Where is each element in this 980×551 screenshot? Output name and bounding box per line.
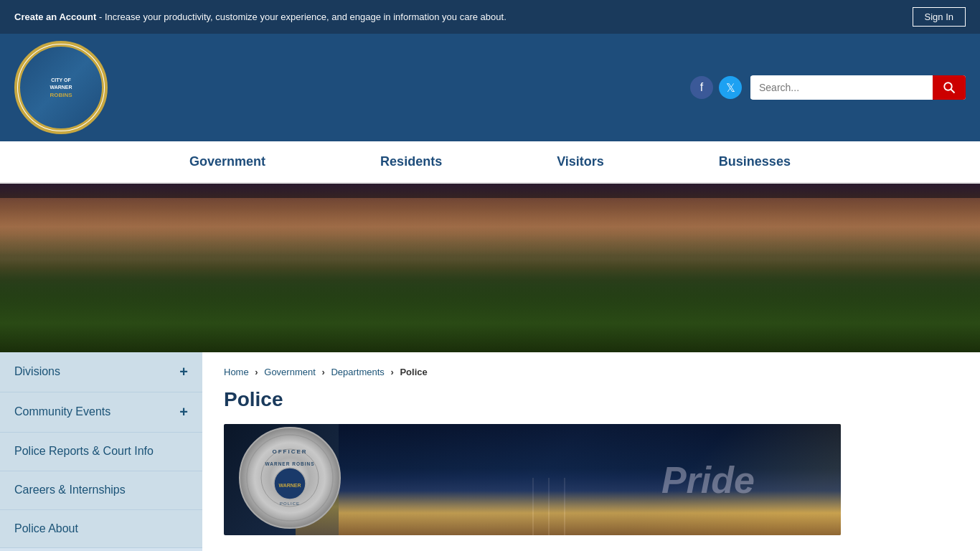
svg-text:OFFICER: OFFICER — [272, 448, 307, 455]
nav-residents[interactable]: Residents — [323, 141, 499, 182]
social-icons: f 𝕏 — [690, 76, 742, 99]
logo-area: CITY OF WARNER ROBINS — [14, 41, 108, 134]
breadcrumb-sep2: › — [321, 367, 324, 377]
header-right: f 𝕏 — [690, 75, 966, 100]
sidebar-item-divisions[interactable]: Divisions + — [0, 352, 202, 392]
logo-robins: ROBINS — [50, 92, 72, 98]
nav-government[interactable]: Government — [132, 141, 323, 182]
search-bar — [750, 75, 966, 100]
search-icon — [943, 81, 956, 94]
sidebar-item-police-about[interactable]: Police About — [0, 510, 202, 549]
sign-in-button[interactable]: Sign In — [913, 7, 966, 27]
svg-point-0 — [944, 83, 952, 90]
breadcrumb-home[interactable]: Home — [224, 367, 249, 377]
logo-city-of: CITY OF — [51, 77, 70, 84]
breadcrumb-government[interactable]: Government — [264, 367, 316, 377]
nav-businesses[interactable]: Businesses — [661, 141, 848, 182]
search-input[interactable] — [750, 76, 933, 99]
account-promo: Create an Account - Increase your produc… — [14, 11, 507, 22]
social-search-area: f 𝕏 — [690, 75, 966, 100]
main-content: Divisions + Community Events + Police Re… — [0, 352, 980, 551]
pride-text: Pride — [661, 459, 755, 501]
sidebar-item-police-reports[interactable]: Police Reports & Court Info — [0, 433, 202, 471]
logo-warner: WARNER — [50, 84, 72, 91]
sidebar-item-community-events[interactable]: Community Events + — [0, 392, 202, 433]
sidebar-item-careers[interactable]: Careers & Internships — [0, 471, 202, 510]
page-title: Police — [224, 388, 958, 411]
page-content: Home › Government › Departments › Police… — [202, 352, 980, 551]
twitter-icon[interactable]: 𝕏 — [719, 76, 742, 99]
svg-line-1 — [951, 89, 954, 93]
breadcrumb-current: Police — [400, 367, 427, 377]
top-bar: Create an Account - Increase your produc… — [0, 0, 980, 34]
breadcrumb-departments[interactable]: Departments — [331, 367, 384, 377]
search-button[interactable] — [933, 75, 966, 100]
city-logo[interactable]: CITY OF WARNER ROBINS — [14, 41, 108, 134]
account-subtitle: - Increase your productivity, customize … — [96, 11, 506, 22]
svg-text:POLICE: POLICE — [280, 501, 300, 506]
police-badge-svg: OFFICER WARNER ROBINS WARNER POLICE — [238, 426, 342, 530]
svg-text:WARNER ROBINS: WARNER ROBINS — [265, 461, 315, 466]
main-nav: Government Residents Visitors Businesses — [0, 141, 980, 184]
create-account-link[interactable]: Create an Account — [14, 11, 96, 22]
community-events-expand-icon: + — [179, 404, 188, 420]
sidebar: Divisions + Community Events + Police Re… — [0, 352, 202, 551]
breadcrumb: Home › Government › Departments › Police — [224, 367, 958, 377]
facebook-icon[interactable]: f — [690, 76, 713, 99]
hero-banner — [0, 184, 980, 352]
nav-visitors[interactable]: Visitors — [499, 141, 661, 182]
divisions-expand-icon: + — [179, 364, 188, 380]
breadcrumb-sep1: › — [255, 367, 258, 377]
breadcrumb-sep3: › — [390, 367, 393, 377]
police-department-image: OFFICER WARNER ROBINS WARNER POLICE Prid… — [224, 424, 841, 535]
site-header: CITY OF WARNER ROBINS f 𝕏 — [0, 34, 980, 141]
svg-text:WARNER: WARNER — [278, 483, 301, 488]
